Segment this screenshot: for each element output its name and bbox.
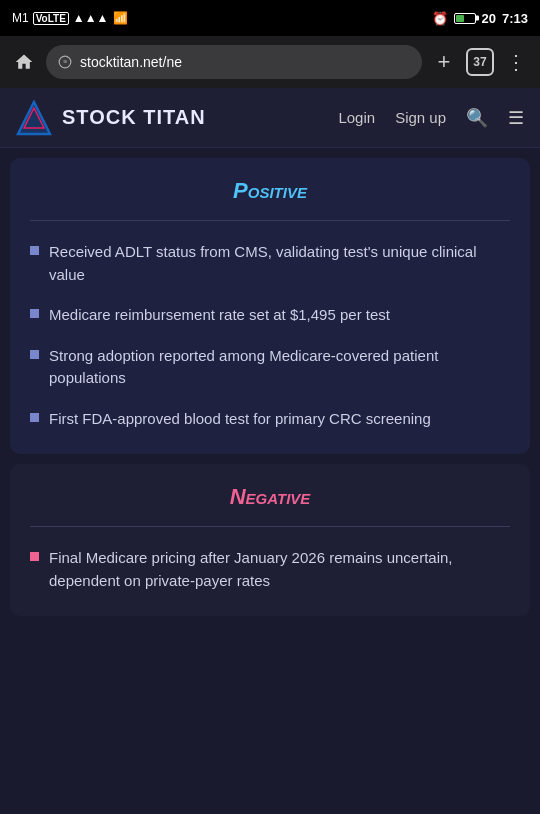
logo-area: STOCK TITAN [16, 100, 338, 136]
bullet-icon [30, 309, 39, 318]
signup-link[interactable]: Sign up [395, 109, 446, 126]
positive-item-2: Medicare reimbursement rate set at $1,49… [49, 304, 390, 327]
new-tab-button[interactable]: + [430, 48, 458, 76]
list-item: First FDA-approved blood test for primar… [30, 408, 510, 431]
bullet-icon [30, 350, 39, 359]
carrier-label: M1 [12, 11, 29, 25]
login-link[interactable]: Login [338, 109, 375, 126]
positive-section-card: Positive Received ADLT status from CMS, … [10, 158, 530, 454]
status-bar: M1 VoLTE ▲▲▲ 📶 ⏰ 20 7:13 [0, 0, 540, 36]
browser-menu-button[interactable]: ⋮ [502, 48, 530, 76]
positive-bullet-list: Received ADLT status from CMS, validatin… [30, 241, 510, 430]
sim-icon: 📶 [113, 11, 128, 25]
bullet-icon [30, 246, 39, 255]
list-item: Final Medicare pricing after January 202… [30, 547, 510, 592]
positive-item-3: Strong adoption reported among Medicare-… [49, 345, 510, 390]
search-icon[interactable]: 🔍 [466, 107, 488, 129]
battery-level: 20 [482, 11, 496, 26]
site-title: STOCK TITAN [62, 106, 206, 129]
hamburger-icon[interactable]: ☰ [508, 107, 524, 129]
network-type: VoLTE [33, 12, 69, 25]
positive-item-4: First FDA-approved blood test for primar… [49, 408, 431, 431]
positive-divider [30, 220, 510, 221]
negative-bullet-list: Final Medicare pricing after January 202… [30, 547, 510, 592]
content-area: Positive Received ADLT status from CMS, … [0, 158, 540, 616]
negative-section-card: Negative Final Medicare pricing after Ja… [10, 464, 530, 616]
status-left: M1 VoLTE ▲▲▲ 📶 [12, 11, 128, 25]
clock: 7:13 [502, 11, 528, 26]
positive-section-title: Positive [30, 178, 510, 204]
status-right: ⏰ 20 7:13 [432, 11, 529, 26]
address-bar[interactable]: ≡ stocktitan.net/ne [46, 45, 422, 79]
list-item: Strong adoption reported among Medicare-… [30, 345, 510, 390]
alarm-icon: ⏰ [432, 11, 448, 26]
bullet-icon [30, 413, 39, 422]
logo-icon [16, 100, 52, 136]
browser-chrome: ≡ stocktitan.net/ne + 37 ⋮ [0, 36, 540, 88]
bullet-icon [30, 552, 39, 561]
nav-links: Login Sign up 🔍 ☰ [338, 107, 524, 129]
negative-divider [30, 526, 510, 527]
list-item: Received ADLT status from CMS, validatin… [30, 241, 510, 286]
list-item: Medicare reimbursement rate set at $1,49… [30, 304, 510, 327]
negative-section-title: Negative [30, 484, 510, 510]
tab-count-button[interactable]: 37 [466, 48, 494, 76]
security-icon: ≡ [58, 55, 72, 69]
signal-icon: ▲▲▲ [73, 11, 109, 25]
site-header: STOCK TITAN Login Sign up 🔍 ☰ [0, 88, 540, 148]
battery-icon [454, 13, 476, 24]
positive-item-1: Received ADLT status from CMS, validatin… [49, 241, 510, 286]
svg-text:≡: ≡ [63, 58, 67, 65]
negative-item-1: Final Medicare pricing after January 202… [49, 547, 510, 592]
home-button[interactable] [10, 48, 38, 76]
address-text: stocktitan.net/ne [80, 54, 182, 70]
